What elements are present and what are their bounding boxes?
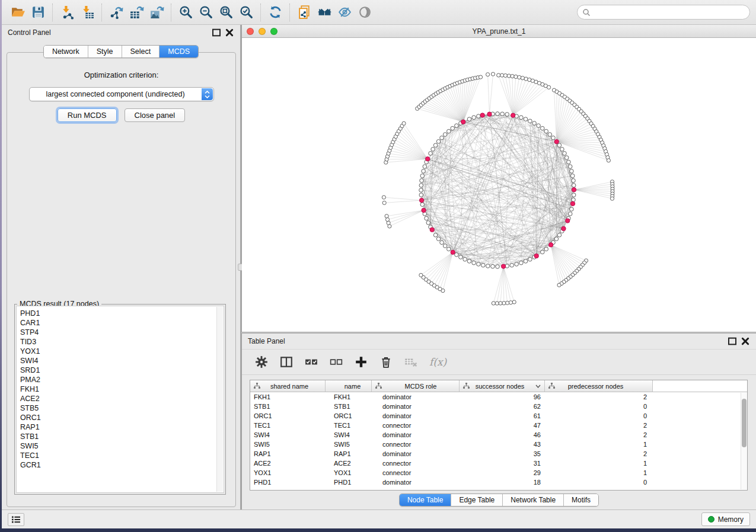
import-network-icon[interactable]: [57, 3, 77, 22]
graph-node[interactable]: [429, 152, 433, 156]
column-header-successor_nodes[interactable]: successor nodes: [460, 380, 545, 392]
mcds-result-item[interactable]: TID3: [20, 337, 224, 347]
cell-predecessor_nodes[interactable]: 0: [545, 477, 653, 487]
mcds-result-item[interactable]: SWI4: [20, 356, 224, 366]
graph-edge[interactable]: [387, 210, 424, 216]
add-column-icon[interactable]: [355, 355, 368, 368]
graph-edge[interactable]: [503, 267, 508, 303]
graph-node-mcds[interactable]: [480, 113, 484, 117]
graph-edge[interactable]: [502, 75, 513, 116]
cell-predecessor_nodes[interactable]: 0: [545, 402, 653, 411]
cell-name[interactable]: FKH1: [326, 392, 372, 402]
graph-edge[interactable]: [388, 210, 424, 223]
cell-successor_nodes[interactable]: 43: [460, 440, 545, 449]
graph-node[interactable]: [459, 255, 463, 259]
table-row[interactable]: STB1STB1dominator620: [250, 402, 747, 411]
graph-node[interactable]: [387, 221, 390, 225]
graph-node[interactable]: [554, 237, 559, 241]
graph-node[interactable]: [568, 212, 572, 216]
graph-node[interactable]: [455, 253, 459, 257]
graph-node[interactable]: [505, 113, 509, 117]
table-scrollbar[interactable]: [741, 393, 747, 489]
zoom-selected-icon[interactable]: [236, 3, 256, 22]
graph-edge[interactable]: [551, 245, 586, 261]
graph-edge[interactable]: [551, 245, 568, 278]
cell-successor_nodes[interactable]: 31: [460, 459, 545, 468]
graph-node[interactable]: [436, 237, 441, 241]
cell-shared_name[interactable]: SWI5: [250, 440, 326, 449]
graph-node[interactable]: [486, 73, 490, 76]
graph-node[interactable]: [511, 75, 514, 78]
graph-node[interactable]: [570, 174, 575, 178]
cell-name[interactable]: SWI4: [326, 430, 372, 440]
run-mcds-button[interactable]: Run MCDS: [58, 108, 117, 122]
cell-mcds_role[interactable]: connector: [372, 440, 460, 449]
graph-node[interactable]: [560, 148, 564, 152]
graph-node[interactable]: [463, 257, 467, 261]
mcds-result-item[interactable]: RAP1: [20, 422, 224, 432]
graph-node[interactable]: [524, 259, 528, 264]
tab-edge-table[interactable]: Edge Table: [451, 494, 503, 506]
graph-node[interactable]: [499, 302, 502, 305]
export-image-icon[interactable]: [146, 3, 167, 22]
table-row[interactable]: ACE2ACE2connector311: [250, 459, 747, 468]
graph-node-mcds[interactable]: [534, 254, 538, 258]
graph-edge[interactable]: [503, 267, 511, 303]
float-window-icon[interactable]: [728, 336, 737, 346]
cell-mcds_role[interactable]: dominator: [372, 411, 460, 421]
cell-shared_name[interactable]: TEC1: [250, 421, 326, 430]
graph-node[interactable]: [467, 117, 471, 121]
graph-node[interactable]: [515, 262, 519, 267]
graph-node[interactable]: [419, 193, 423, 197]
cell-name[interactable]: SWI5: [326, 440, 372, 449]
graph-node[interactable]: [479, 75, 482, 79]
graph-node[interactable]: [436, 140, 441, 144]
cell-shared_name[interactable]: ORC1: [250, 411, 326, 421]
graph-node[interactable]: [477, 114, 481, 118]
cell-successor_nodes[interactable]: 29: [460, 468, 545, 477]
table-row[interactable]: TEC1TEC1connector472: [250, 421, 747, 430]
graph-edge[interactable]: [490, 74, 493, 114]
mcds-result-item[interactable]: CAR1: [20, 318, 224, 328]
graph-node[interactable]: [433, 233, 438, 238]
graph-edge[interactable]: [574, 182, 613, 190]
graph-node[interactable]: [423, 165, 427, 169]
graph-node[interactable]: [521, 76, 524, 80]
cell-predecessor_nodes[interactable]: 2: [545, 449, 653, 459]
delete-table-icon[interactable]: [404, 355, 417, 368]
cell-shared_name[interactable]: STB1: [250, 402, 326, 411]
show-columns-icon[interactable]: [280, 355, 293, 368]
close-panel-icon[interactable]: [741, 336, 750, 346]
zoom-fit-icon[interactable]: [216, 3, 236, 22]
cell-mcds_role[interactable]: connector: [372, 468, 460, 477]
cell-mcds_role[interactable]: dominator: [372, 392, 460, 402]
graph-node[interactable]: [547, 85, 551, 89]
criterion-dropdown[interactable]: largest connected component (undirected): [29, 87, 214, 101]
graph-node[interactable]: [557, 283, 561, 287]
graph-edge[interactable]: [574, 190, 613, 196]
cell-mcds_role[interactable]: connector: [372, 459, 460, 468]
search-field[interactable]: [577, 5, 750, 20]
graph-node[interactable]: [551, 136, 556, 140]
graph-node[interactable]: [510, 263, 514, 267]
cell-shared_name[interactable]: SWI4: [250, 430, 326, 440]
graph-edge[interactable]: [513, 87, 548, 115]
save-session-icon[interactable]: [28, 3, 48, 22]
graph-node[interactable]: [425, 216, 429, 220]
mcds-result-item[interactable]: YOX1: [20, 347, 224, 356]
cell-shared_name[interactable]: RAP1: [250, 449, 326, 459]
graph-node[interactable]: [420, 203, 425, 207]
graph-edge[interactable]: [497, 267, 503, 303]
graph-edge[interactable]: [554, 90, 557, 142]
graph-node-mcds[interactable]: [572, 188, 576, 192]
cell-mcds_role[interactable]: dominator: [372, 477, 460, 487]
deselect-all-icon[interactable]: [330, 355, 343, 368]
cell-predecessor_nodes[interactable]: 1: [545, 468, 653, 477]
zoom-in-icon[interactable]: [176, 3, 196, 22]
graph-node[interactable]: [557, 233, 562, 238]
graph-node[interactable]: [431, 148, 435, 152]
graph-node[interactable]: [570, 207, 574, 211]
column-header-predecessor_nodes[interactable]: predecessor nodes: [545, 380, 653, 392]
graph-edge[interactable]: [488, 75, 490, 114]
graph-node[interactable]: [514, 75, 518, 78]
